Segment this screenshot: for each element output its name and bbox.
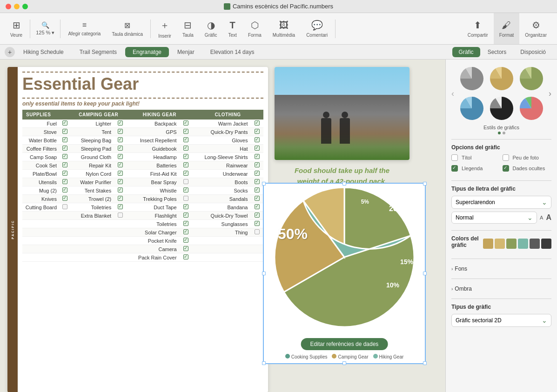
text-icon: T xyxy=(230,20,235,31)
tab-disposicio-panel[interactable]: Disposició xyxy=(514,47,552,57)
divider-1 xyxy=(30,20,30,38)
font-family-select[interactable]: Superclarendon ⌄ xyxy=(451,196,551,209)
dot-active xyxy=(498,132,501,134)
font-family-arrow: ⌄ xyxy=(542,199,547,206)
table-row: Solar ChargerThing xyxy=(22,228,263,237)
inserir-icon: ＋ xyxy=(160,19,169,32)
handle-lm xyxy=(262,272,266,275)
sheet-sidebar: PACIFIC xyxy=(7,67,18,392)
handle-tl xyxy=(262,182,266,186)
color-swatches-row xyxy=(483,239,551,249)
handle-br xyxy=(423,361,427,365)
toolbar-taula-din[interactable]: ⊠ Taula dinàmica xyxy=(106,13,148,44)
handle-rm xyxy=(423,272,427,275)
divider-4 xyxy=(335,20,336,38)
table-row: Water BottleSleeping BagInsect Repellent… xyxy=(22,136,263,145)
toolbar-organitzar[interactable]: ⚙ Organitzar xyxy=(519,13,552,44)
chart-style-4[interactable] xyxy=(458,95,485,122)
ombra-section[interactable]: › Ombra xyxy=(451,284,551,294)
legend-dot-camping xyxy=(332,354,336,359)
swatch-3[interactable] xyxy=(506,239,517,249)
toolbar-format[interactable]: 🖌 Format xyxy=(494,13,520,44)
add-sheet-button[interactable]: + xyxy=(5,47,15,57)
tab-grafic-panel[interactable]: Gràfic xyxy=(452,47,480,57)
checkbox-dades[interactable] xyxy=(503,165,509,172)
swatch-2[interactable] xyxy=(495,239,505,249)
checkbox-llegenda[interactable] xyxy=(451,165,458,172)
chart-style-6[interactable] xyxy=(518,95,545,122)
tab-hiking[interactable]: Hiking Schedule xyxy=(16,47,71,57)
styles-nav: ‹ xyxy=(451,65,551,122)
tab-sectors-panel[interactable]: Sectors xyxy=(481,47,513,57)
font-style-arrow: ⌄ xyxy=(527,214,533,221)
legend-dot-hiking xyxy=(373,354,378,359)
chart-style-1[interactable] xyxy=(458,65,485,92)
tab-menjar[interactable]: Menjar xyxy=(170,47,202,57)
chart-type-select[interactable]: Gràfic sectorial 2D ⌄ xyxy=(451,314,551,327)
toolbar-grafic[interactable]: ◑ Gràfic xyxy=(199,13,223,44)
pie-label-10: 10% xyxy=(386,281,399,289)
legend-dot-cooking xyxy=(285,354,290,359)
checkbox-peu-foto[interactable] xyxy=(503,154,509,161)
toolbar-text[interactable]: T Text xyxy=(223,13,242,44)
swatch-1[interactable] xyxy=(483,239,493,249)
font-a-small: A xyxy=(540,215,543,220)
sheet-subtitle: only essential items to keep your pack l… xyxy=(22,100,263,107)
chart-type-label: Gràfic sectorial 2D xyxy=(456,317,502,324)
window-controls xyxy=(6,4,28,9)
organitzar-icon: ⚙ xyxy=(532,20,540,31)
maximize-button[interactable] xyxy=(22,4,28,9)
compartir-icon: ⬆ xyxy=(474,20,482,31)
divider-5 xyxy=(451,279,551,279)
divider-3 xyxy=(150,20,151,38)
edit-data-button[interactable]: Editar referències de dades xyxy=(301,338,388,350)
close-button[interactable] xyxy=(6,4,11,9)
chart-style-5[interactable] xyxy=(488,95,515,122)
styles-label: Estils de gràfics xyxy=(451,125,551,130)
app-icon xyxy=(224,3,230,10)
col-camping: CAMPING GEAR xyxy=(70,110,127,120)
toolbar-veure[interactable]: ⊞ Veure xyxy=(5,13,28,44)
chart-container[interactable]: 50% 20% 15% 10% 5% Editar referències de… xyxy=(263,183,426,364)
font-style-row: Normal ⌄ A A xyxy=(451,212,551,224)
checkbox-titol[interactable] xyxy=(451,154,458,161)
toolbar-afegir[interactable]: ≡ Afegir categoria xyxy=(62,13,106,44)
legend-camping: Camping Gear xyxy=(332,354,368,359)
tab-trail[interactable]: Trail Segments xyxy=(72,47,124,57)
colors-section: Colors del gràfic xyxy=(451,235,551,252)
ombra-arrow: › xyxy=(451,286,453,292)
styles-next-arrow[interactable]: › xyxy=(549,89,551,99)
toolbar-inserir[interactable]: ＋ Inserir xyxy=(153,13,177,44)
pie-label-20: 20% xyxy=(389,205,404,213)
toolbar-comentari[interactable]: 💬 Comentari xyxy=(301,13,333,44)
tab-engranatge[interactable]: Engranatge xyxy=(125,47,169,57)
font-style-select[interactable]: Normal ⌄ xyxy=(451,212,537,224)
table-row: Pack Rain Cover xyxy=(22,253,263,262)
table-row: Cutting BoardToiletriesDuct TapeBandana xyxy=(22,203,263,212)
fons-arrow: › xyxy=(451,266,453,272)
tab-bar: + Hiking Schedule Trail Segments Engrana… xyxy=(0,45,557,60)
toolbar-forma[interactable]: ⬡ Forma xyxy=(242,13,267,44)
minimize-button[interactable] xyxy=(14,4,20,9)
hikers xyxy=(321,118,350,144)
taula-icon: ⊟ xyxy=(184,20,192,31)
toolbar-taula[interactable]: ⊟ Taula xyxy=(177,13,199,44)
pie-label-5: 5% xyxy=(361,199,369,205)
option-titol: Títol xyxy=(451,154,501,161)
sheet-title: Essential Gear xyxy=(22,74,263,94)
swatch-5[interactable] xyxy=(530,239,540,249)
fons-section[interactable]: › Fons xyxy=(451,264,551,274)
toolbar-compartir[interactable]: ⬆ Compartir xyxy=(462,13,494,44)
toolbar-zoom[interactable]: 🔍 125 % ▾ xyxy=(32,13,58,44)
swatch-6[interactable] xyxy=(541,239,551,249)
tab-elevation[interactable]: Elevation 14 days xyxy=(203,47,262,57)
divider-1 xyxy=(451,139,551,140)
divider-2 xyxy=(60,20,60,38)
toolbar-multimedia[interactable]: 🖼 Multimèdia xyxy=(267,13,301,44)
table-row: Extra BlanketFlashlightQuick-Dry Towel xyxy=(22,212,263,220)
styles-prev-arrow[interactable]: ‹ xyxy=(451,89,454,99)
hiker-2 xyxy=(340,118,350,144)
swatch-4[interactable] xyxy=(518,239,528,249)
chart-style-3[interactable] xyxy=(518,65,545,92)
chart-style-2[interactable] xyxy=(488,65,515,92)
